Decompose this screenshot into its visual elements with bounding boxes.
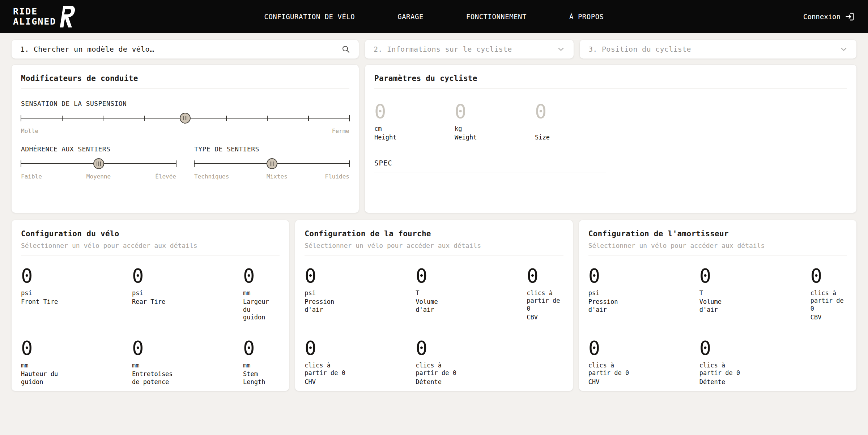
- login-label: Connexion: [803, 13, 841, 21]
- stat-unit: clics à partir de 0: [699, 362, 810, 377]
- trail-grip-tick-labels: Faible Moyenne Élevée: [21, 173, 176, 180]
- stat-label: Entretoises de potence: [132, 370, 243, 386]
- main-content: 1. Chercher un modèle de vélo… 2. Inform…: [0, 33, 868, 391]
- stat-value: 0: [132, 266, 243, 286]
- bike-config-title: Configuration du vélo: [21, 229, 280, 238]
- logo-line2: ALIGNED: [13, 17, 56, 27]
- rider-params-title: Paramètres du cycliste: [374, 74, 847, 83]
- stat-value: 0: [305, 339, 416, 358]
- stat-height: 0 cm Height: [374, 102, 455, 142]
- logo-text: RIDE ALIGNED: [13, 7, 56, 27]
- step-search-bike[interactable]: 1. Chercher un modèle de vélo…: [12, 40, 359, 59]
- stat-value: 0: [416, 266, 527, 286]
- stat-weight: 0 kg Weight: [455, 102, 535, 142]
- stat-value: 0: [527, 266, 563, 286]
- stat-shock-air-pressure: 0 psi Pression d'air: [588, 266, 699, 321]
- divider: [374, 89, 847, 89]
- trail-grip-slider-thumb[interactable]: [93, 158, 104, 169]
- fork-config-title: Configuration de la fourche: [305, 229, 563, 238]
- stat-stem-spacers: 0 mm Entretoises de potence: [132, 339, 243, 386]
- header: RIDE ALIGNED CONFIGURATION DE VÉLO GARAG…: [0, 0, 868, 33]
- trail-type-label: TYPE DE SENTIERS: [194, 145, 349, 153]
- stat-label: CBV: [527, 314, 563, 321]
- fork-config-card: Configuration de la fourche Sélectionner…: [295, 220, 573, 391]
- trail-type-slider[interactable]: [194, 156, 349, 172]
- stat-handlebar-width: 0 mm Largeur du guidon: [243, 266, 280, 321]
- stat-unit: clics à partir de 0: [305, 362, 416, 377]
- slider-pair: ADHÉRENCE AUX SENTIERS Faible Moyenne Él…: [21, 145, 349, 180]
- slider-option-label: Mixtes: [267, 173, 288, 180]
- bike-config-stats: 0 psi Front Tire 0 psi Rear Tire 0 mm La…: [21, 266, 280, 386]
- slider-option-label: Fluides: [325, 173, 349, 180]
- stat-value: 0: [243, 266, 280, 286]
- stat-front-tire: 0 psi Front Tire: [21, 266, 132, 321]
- suspension-feel-end-labels: Molle Ferme: [21, 128, 349, 134]
- stat-label: Pression d'air: [588, 298, 699, 314]
- spec-label: SPEC: [374, 159, 847, 167]
- stat-unit: clics à partir de 0: [416, 362, 527, 377]
- stat-unit: mm: [243, 289, 280, 297]
- chevron-down-icon[interactable]: [840, 45, 848, 53]
- stat-value: 0: [416, 339, 527, 358]
- steps-row: 1. Chercher un modèle de vélo… 2. Inform…: [12, 40, 856, 59]
- stat-stem-length: 0 mm Stem Length: [243, 339, 280, 386]
- stat-unit: psi: [21, 289, 132, 297]
- stat-label: Volume d'air: [699, 298, 810, 314]
- bike-config-subtitle: Sélectionner un vélo pour accéder aux dé…: [21, 242, 280, 249]
- stat-value: 0: [699, 339, 810, 358]
- stat-shock-chv: 0 clics à partir de 0 CHV: [588, 339, 699, 386]
- shock-config-stats: 0 psi Pression d'air 0 T Volume d'air 0 …: [588, 266, 847, 386]
- stat-unit: psi: [132, 289, 243, 297]
- stat-value: 0: [588, 339, 699, 358]
- stat-fork-chv: 0 clics à partir de 0 CHV: [305, 339, 416, 386]
- step-rider-position[interactable]: 3. Position du cycliste: [580, 40, 856, 59]
- divider: [21, 255, 280, 255]
- stat-label: CHV: [588, 378, 699, 386]
- stat-unit: clics à partir de 0: [527, 289, 563, 313]
- login-button[interactable]: Connexion: [803, 12, 855, 22]
- step-rider-info[interactable]: 2. Informations sur le cycliste: [365, 40, 574, 59]
- chevron-down-icon[interactable]: [557, 45, 565, 53]
- slider-max-label: Ferme: [332, 128, 349, 134]
- stat-unit: T: [416, 289, 527, 297]
- search-icon[interactable]: [341, 45, 350, 53]
- nav-fonctionnement[interactable]: FONCTIONNEMENT: [466, 13, 527, 21]
- rider-params-card: Paramètres du cycliste 0 cm Height 0 kg …: [365, 65, 856, 213]
- stat-unit: mm: [243, 362, 280, 369]
- nav-garage[interactable]: GARAGE: [397, 13, 424, 21]
- suspension-feel-label: SENSATION DE LA SUSPENSION: [21, 100, 349, 107]
- suspension-feel-slider-thumb[interactable]: [180, 113, 191, 124]
- nav-configuration-de-velo[interactable]: CONFIGURATION DE VÉLO: [264, 13, 355, 21]
- stat-size: 0 Size: [535, 102, 615, 142]
- trail-type-tick-labels: Techniques Mixtes Fluides: [194, 173, 349, 180]
- stat-label: Détente: [416, 378, 527, 386]
- trail-grip-label: ADHÉRENCE AUX SENTIERS: [21, 145, 176, 153]
- stat-unit: kg: [455, 125, 535, 133]
- stat-shock-air-volume: 0 T Volume d'air: [699, 266, 810, 321]
- trail-grip-slider[interactable]: [21, 156, 176, 172]
- fork-config-stats: 0 psi Pression d'air 0 T Volume d'air 0 …: [305, 266, 563, 386]
- trail-grip-group: ADHÉRENCE AUX SENTIERS Faible Moyenne Él…: [21, 145, 176, 180]
- stat-shock-cbv: 0 clics à partir de 0 CBV: [810, 266, 847, 321]
- slider-option-label: Moyenne: [86, 173, 111, 180]
- stat-unit: psi: [588, 289, 699, 297]
- shock-config-card: Configuration de l'amortisseur Sélection…: [579, 220, 856, 391]
- stat-value: 0: [535, 102, 615, 121]
- stat-unit: cm: [374, 125, 455, 133]
- nav-a-propos[interactable]: À PROPOS: [569, 13, 604, 21]
- login-icon: [845, 12, 855, 22]
- stat-value: 0: [455, 102, 535, 121]
- stat-unit: clics à partir de 0: [588, 362, 699, 377]
- stat-unit: psi: [305, 289, 416, 297]
- ride-modifiers-card: Modificateurs de conduite SENSATION DE L…: [12, 65, 359, 213]
- spec-divider: [374, 172, 606, 172]
- stat-value: 0: [374, 102, 455, 121]
- shock-config-subtitle: Sélectionner un vélo pour accéder aux dé…: [588, 242, 847, 249]
- stat-label: Height: [374, 134, 455, 141]
- slider-min-label: Molle: [21, 128, 38, 134]
- logo[interactable]: RIDE ALIGNED: [13, 6, 75, 27]
- stat-value: 0: [305, 266, 416, 286]
- trail-type-slider-thumb[interactable]: [267, 158, 277, 169]
- slider-option-label: Techniques: [194, 173, 229, 180]
- suspension-feel-slider[interactable]: [21, 110, 349, 126]
